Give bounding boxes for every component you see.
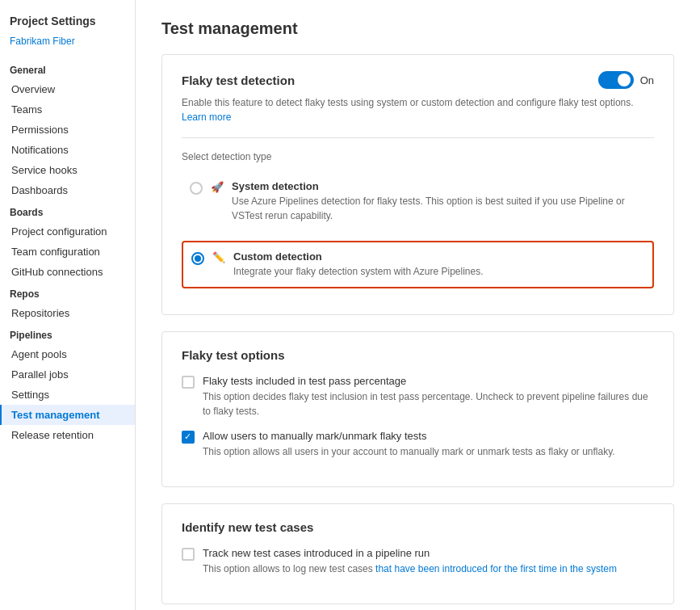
custom-detection-option: ✏️ Custom detection Integrate your flaky… [182, 241, 654, 288]
allow-mark-title: Allow users to manually mark/unmark flak… [203, 430, 615, 442]
system-detection-title: System detection [232, 180, 646, 192]
flaky-detection-toggle[interactable] [598, 71, 634, 89]
custom-radio-col [191, 252, 204, 265]
include-pass-checkbox[interactable] [182, 376, 195, 389]
flaky-detection-desc: Enable this feature to detect flaky test… [182, 95, 654, 124]
flaky-options-title: Flaky test options [182, 348, 654, 362]
sidebar-item-settings[interactable]: Settings [0, 385, 135, 405]
custom-detection-title: Custom detection [233, 250, 484, 263]
system-icon-col: 🚀 [211, 181, 224, 193]
sidebar-item-team-configuration[interactable]: Team configuration [0, 242, 135, 262]
toggle-track [598, 71, 634, 89]
sidebar-item-notifications[interactable]: Notifications [0, 140, 135, 160]
detection-type-label: Select detection type [182, 151, 654, 162]
allow-mark-row: Allow users to manually mark/unmark flak… [182, 430, 654, 459]
custom-detection-radio[interactable] [191, 252, 204, 265]
sidebar-item-service-hooks[interactable]: Service hooks [0, 160, 135, 180]
include-pass-row: Flaky tests included in test pass percen… [182, 375, 654, 419]
divider [182, 137, 654, 138]
page-title: Test management [161, 19, 674, 38]
toggle-label: On [640, 74, 654, 86]
toggle-container: On [598, 71, 654, 89]
track-new-title: Track new test cases introduced in a pip… [203, 547, 617, 559]
rocket-icon: 🚀 [211, 181, 224, 193]
track-new-desc: This option allows to log new test cases… [203, 562, 617, 576]
flaky-detection-header: Flaky test detection On [182, 71, 654, 89]
system-detection-desc: Use Azure Pipelines detection for flaky … [232, 194, 646, 223]
sidebar-section-general: General [0, 58, 135, 79]
flaky-detection-card: Flaky test detection On Enable this feat… [161, 54, 674, 315]
track-new-checkbox[interactable] [182, 548, 195, 561]
include-pass-title: Flaky tests included in test pass percen… [203, 375, 654, 387]
include-pass-desc: This option decides flaky test inclusion… [203, 389, 654, 419]
identify-cases-title: Identify new test cases [182, 520, 654, 534]
sidebar-section-repos: Repos [0, 282, 135, 303]
custom-detection-content: Custom detection Integrate your flaky de… [233, 250, 484, 279]
custom-detection-desc: Integrate your flaky detection system wi… [233, 264, 484, 279]
learn-more-link[interactable]: Learn more [182, 111, 231, 123]
pencil-icon: ✏️ [212, 251, 225, 263]
sidebar-item-parallel-jobs[interactable]: Parallel jobs [0, 364, 135, 385]
sidebar-project[interactable]: Fabrikam Fiber [0, 36, 135, 58]
allow-mark-checkbox[interactable] [182, 431, 195, 444]
sidebar-section-boards: Boards [0, 200, 135, 221]
track-new-row: Track new test cases introduced in a pip… [182, 547, 654, 576]
system-detection-content: System detection Use Azure Pipelines det… [232, 180, 646, 223]
sidebar-item-release-retention[interactable]: Release retention [0, 425, 135, 445]
sidebar-item-agent-pools[interactable]: Agent pools [0, 344, 135, 364]
sidebar-item-project-configuration[interactable]: Project configuration [0, 221, 135, 242]
identify-cases-card: Identify new test cases Track new test c… [161, 503, 674, 604]
track-new-content: Track new test cases introduced in a pip… [203, 547, 617, 576]
system-detection-option: 🚀 System detection Use Azure Pipelines d… [182, 172, 654, 231]
allow-mark-content: Allow users to manually mark/unmark flak… [203, 430, 615, 459]
flaky-detection-title: Flaky test detection [182, 74, 295, 87]
custom-icon-col: ✏️ [212, 251, 225, 263]
sidebar-title: Project Settings [0, 10, 135, 36]
flaky-options-card: Flaky test options Flaky tests included … [161, 331, 674, 487]
sidebar-section-pipelines: Pipelines [0, 323, 135, 344]
system-radio-col [190, 182, 203, 195]
track-new-desc-blue: that have been introduced for the first … [375, 563, 617, 574]
sidebar: Project Settings Fabrikam Fiber GeneralO… [0, 0, 136, 610]
sidebar-item-permissions[interactable]: Permissions [0, 120, 135, 140]
allow-mark-desc: This option allows all users in your acc… [203, 444, 615, 459]
system-detection-radio[interactable] [190, 182, 203, 195]
sidebar-item-overview[interactable]: Overview [0, 79, 135, 99]
toggle-thumb [618, 74, 631, 86]
sidebar-item-teams[interactable]: Teams [0, 99, 135, 120]
main-content: Test management Flaky test detection On … [136, 0, 700, 610]
sidebar-item-repositories[interactable]: Repositories [0, 303, 135, 323]
sidebar-item-github-connections[interactable]: GitHub connections [0, 262, 135, 282]
include-pass-content: Flaky tests included in test pass percen… [203, 375, 654, 419]
sidebar-item-test-management[interactable]: Test management [0, 405, 135, 425]
sidebar-item-dashboards[interactable]: Dashboards [0, 180, 135, 200]
